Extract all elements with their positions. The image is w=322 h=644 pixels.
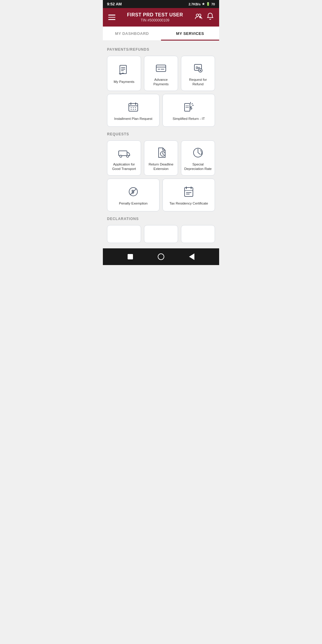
card-declaration-2[interactable] — [144, 225, 178, 243]
card-simplified-return-label: Simplified Return - IT — [173, 117, 205, 121]
requests-grid-row2: $ Penalty Exemption Tax Residency Certif… — [107, 179, 215, 211]
card-my-payments-label: My Payments — [114, 80, 134, 84]
tab-bar: MY DASHBOARD MY SERVICES — [103, 27, 219, 41]
card-installment-plan-label: Installment Plan Request — [114, 117, 152, 121]
menu-button[interactable] — [108, 15, 115, 20]
card-request-refund-label: Request for Refund — [184, 78, 212, 86]
user-name: FIRST PRD TEST USER — [127, 12, 183, 18]
good-transport-icon — [117, 146, 131, 159]
section-label-payments: PAYMENTS/REFUNDS — [107, 47, 215, 52]
nav-square-button[interactable] — [126, 253, 134, 261]
installment-plan-icon — [127, 100, 140, 114]
card-advance-payments-label: Advance Payments — [147, 78, 175, 86]
header-title: FIRST PRD TEST USER TIN #5000000109 — [127, 12, 183, 22]
section-label-declarations: DECLARATIONS — [107, 217, 215, 221]
main-content: PAYMENTS/REFUNDS My Payments Advance Pay… — [103, 41, 219, 248]
triangle-icon — [189, 253, 194, 260]
card-installment-plan[interactable]: Installment Plan Request — [107, 94, 160, 127]
card-special-depreciation[interactable]: Special Depreciation Rate — [181, 140, 215, 176]
card-tax-residency[interactable]: Tax Residency Certificate — [162, 179, 215, 211]
circle-icon — [158, 253, 164, 260]
request-refund-icon — [191, 61, 205, 75]
svg-point-28 — [120, 155, 122, 157]
status-bar: 9:52 AM 2.7KB/s ★ 🔋 70 — [103, 0, 219, 8]
svg-point-0 — [196, 14, 199, 16]
square-icon — [128, 254, 133, 259]
card-special-depreciation-label: Special Depreciation Rate — [184, 162, 212, 171]
card-request-refund[interactable]: Request for Refund — [181, 56, 215, 91]
svg-point-20 — [131, 109, 132, 110]
svg-point-1 — [199, 14, 201, 16]
card-penalty-exemption-label: Penalty Exemption — [119, 201, 148, 206]
app-header: FIRST PRD TEST USER TIN #5000000109 — [103, 8, 219, 27]
tax-residency-icon — [182, 185, 195, 198]
declarations-grid — [107, 225, 215, 243]
svg-rect-35 — [185, 188, 193, 196]
special-depreciation-icon — [191, 146, 205, 159]
svg-point-19 — [135, 107, 136, 108]
card-my-payments[interactable]: My Payments — [107, 56, 141, 91]
svg-point-22 — [135, 109, 136, 110]
svg-text:$: $ — [190, 106, 192, 110]
requests-grid-row1: Application for Good Transport Return De… — [107, 140, 215, 176]
advance-payments-icon — [154, 61, 168, 75]
nav-back-button[interactable] — [188, 253, 196, 261]
battery-icon: 🔋 — [206, 2, 210, 6]
my-payments-icon — [117, 64, 131, 77]
card-penalty-exemption[interactable]: $ Penalty Exemption — [107, 179, 160, 211]
payments-grid-row1: My Payments Advance Payments Request for… — [107, 56, 215, 91]
card-good-transport[interactable]: Application for Good Transport — [107, 140, 141, 176]
tab-dashboard[interactable]: MY DASHBOARD — [103, 27, 161, 41]
battery-level: 70 — [211, 2, 215, 6]
card-tax-residency-label: Tax Residency Certificate — [169, 201, 208, 206]
svg-point-17 — [131, 107, 132, 108]
svg-rect-27 — [119, 151, 127, 156]
svg-rect-7 — [156, 65, 166, 72]
switch-user-icon[interactable] — [195, 13, 202, 22]
payments-grid-row2: Installment Plan Request $ Simplified Re… — [107, 94, 215, 127]
svg-point-18 — [133, 107, 134, 108]
svg-point-29 — [127, 155, 129, 157]
card-declaration-1[interactable] — [107, 225, 141, 243]
card-declaration-3[interactable] — [181, 225, 215, 243]
card-return-deadline[interactable]: Return Deadline Extension — [144, 140, 178, 176]
card-advance-payments[interactable]: Advance Payments — [144, 56, 178, 91]
penalty-exemption-icon: $ — [127, 185, 140, 198]
network-speed: 2.7KB/s — [188, 2, 200, 6]
status-time: 9:52 AM — [107, 2, 122, 6]
svg-point-21 — [133, 109, 134, 110]
return-deadline-icon — [154, 146, 168, 159]
card-simplified-return[interactable]: $ Simplified Return - IT — [162, 94, 215, 127]
header-action-icons — [195, 13, 214, 22]
simplified-return-icon: $ — [182, 100, 195, 114]
user-tin: TIN #5000000109 — [127, 18, 183, 22]
notification-icon[interactable] — [207, 13, 214, 22]
status-icons: 2.7KB/s ★ 🔋 70 — [188, 2, 215, 6]
bluetooth-icon: ★ — [202, 2, 205, 6]
card-return-deadline-label: Return Deadline Extension — [147, 162, 175, 171]
card-good-transport-label: Application for Good Transport — [110, 162, 138, 171]
bottom-nav — [103, 248, 219, 265]
nav-home-button[interactable] — [157, 253, 165, 261]
section-label-requests: REQUESTS — [107, 132, 215, 136]
tab-services[interactable]: MY SERVICES — [161, 27, 219, 41]
